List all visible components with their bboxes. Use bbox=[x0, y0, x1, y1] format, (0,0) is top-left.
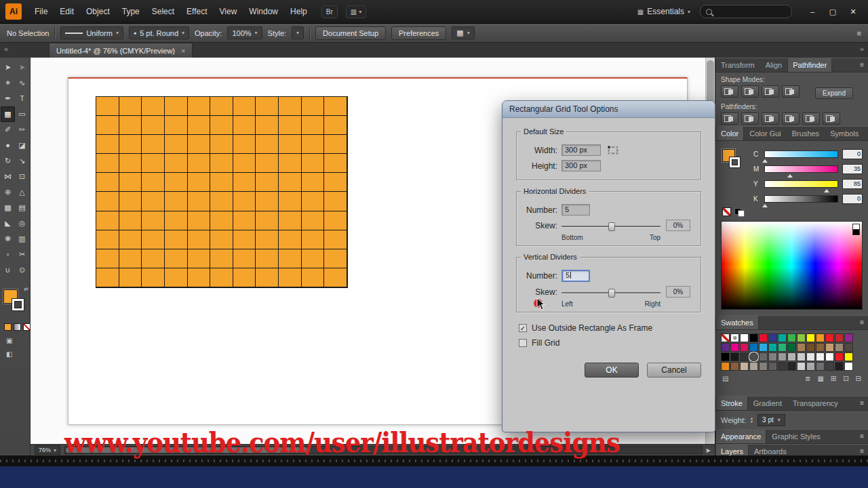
swatch[interactable] bbox=[825, 333, 834, 342]
slider-thumb[interactable] bbox=[608, 222, 615, 231]
tab-color-gui[interactable]: Color Gui bbox=[744, 127, 786, 140]
none-color-icon[interactable] bbox=[722, 207, 731, 216]
pencil-tool[interactable]: ✏ bbox=[15, 122, 29, 138]
tab-graphic-styles[interactable]: Graphic Styles bbox=[766, 430, 826, 443]
style-dropdown[interactable]: ▾ bbox=[292, 26, 304, 39]
eraser-tool[interactable]: ◪ bbox=[15, 138, 29, 153]
crop-icon[interactable] bbox=[782, 113, 800, 125]
color-spectrum[interactable] bbox=[721, 221, 863, 310]
panel-menu-icon[interactable]: ≡ bbox=[856, 58, 868, 72]
vertical-skew-value[interactable]: 0% bbox=[666, 286, 690, 298]
swatch[interactable] bbox=[816, 343, 825, 352]
menu-file[interactable]: File bbox=[28, 0, 54, 24]
swatch[interactable] bbox=[787, 352, 796, 361]
search-input[interactable] bbox=[700, 5, 792, 18]
swatch[interactable] bbox=[778, 343, 787, 352]
magic-wand-tool[interactable]: ✶ bbox=[1, 75, 15, 91]
swatch[interactable] bbox=[835, 362, 844, 371]
swatch[interactable] bbox=[835, 352, 844, 361]
swatch[interactable] bbox=[721, 362, 730, 371]
swatch[interactable] bbox=[844, 333, 853, 342]
swatch[interactable] bbox=[740, 333, 749, 342]
swatch[interactable] bbox=[806, 343, 815, 352]
tab-stroke[interactable]: Stroke bbox=[715, 396, 748, 410]
slice-tool[interactable]: ✂ bbox=[15, 247, 29, 262]
control-panel-menu-icon[interactable]: ≡ bbox=[857, 29, 861, 37]
scale-tool[interactable]: ↘ bbox=[15, 153, 29, 169]
slider-thumb[interactable] bbox=[608, 289, 615, 298]
draw-mode-icon[interactable]: ▣ bbox=[6, 337, 12, 344]
paintbrush-tool[interactable]: ✐ bbox=[1, 122, 15, 138]
menu-effect[interactable]: Effect bbox=[180, 0, 213, 24]
panel-menu-icon[interactable]: ≡ bbox=[856, 396, 868, 410]
brush-select[interactable]: ● 5 pt. Round ▾ bbox=[129, 26, 189, 39]
expand-button[interactable]: Expand bbox=[815, 87, 853, 99]
swatch[interactable] bbox=[749, 343, 758, 352]
scroll-right-arrow[interactable]: ▶ bbox=[707, 447, 711, 453]
minus-front-icon[interactable] bbox=[741, 85, 759, 98]
minimize-button[interactable]: – bbox=[803, 5, 822, 18]
swatch[interactable] bbox=[806, 333, 815, 342]
menu-object[interactable]: Object bbox=[80, 0, 116, 24]
swatch[interactable] bbox=[797, 352, 806, 361]
stroke-weight-field[interactable]: 3 pt ▾ bbox=[757, 414, 785, 426]
symbol-sprayer-tool[interactable]: ❋ bbox=[1, 231, 15, 247]
channel-value-k[interactable]: 0 bbox=[842, 194, 863, 204]
swatch-libraries-icon[interactable]: ▤ bbox=[722, 375, 728, 382]
black-chip[interactable] bbox=[852, 229, 860, 235]
swatch[interactable] bbox=[797, 362, 806, 371]
swatch[interactable] bbox=[768, 333, 777, 342]
stroke-color-swatch[interactable] bbox=[12, 298, 24, 311]
column-graph-tool[interactable]: ▥ bbox=[15, 231, 29, 247]
swatch[interactable] bbox=[825, 362, 834, 371]
none-fill-icon[interactable] bbox=[23, 323, 31, 331]
horizontal-number-field[interactable]: 5 bbox=[561, 204, 590, 216]
swatch[interactable] bbox=[806, 352, 815, 361]
tab-swatches[interactable]: Swatches bbox=[715, 316, 759, 329]
panel-menu-icon[interactable]: ≡ bbox=[864, 127, 868, 140]
divide-icon[interactable] bbox=[721, 113, 738, 125]
tab-transparency[interactable]: Transparency bbox=[787, 396, 844, 410]
ok-button[interactable]: OK bbox=[585, 363, 639, 378]
swatch[interactable] bbox=[787, 333, 796, 342]
eyedropper-tool[interactable]: ◣ bbox=[1, 216, 15, 231]
tab-brushes[interactable]: Brushes bbox=[787, 127, 825, 140]
black-white-swatch-icon[interactable] bbox=[734, 208, 745, 216]
reference-point-icon[interactable] bbox=[606, 145, 620, 155]
swatch[interactable] bbox=[797, 333, 806, 342]
horizontal-skew-slider[interactable] bbox=[561, 222, 660, 230]
workspace-switcher[interactable]: ▦ Essentials ▾ bbox=[637, 7, 690, 16]
tab-align[interactable]: Align bbox=[760, 58, 787, 72]
maximize-button[interactable]: ▢ bbox=[823, 5, 842, 18]
opacity-dropdown[interactable]: 100% ▾ bbox=[227, 26, 262, 39]
swap-fill-stroke-icon[interactable]: ⇄ bbox=[24, 286, 28, 292]
swatch[interactable] bbox=[778, 333, 787, 342]
swatch[interactable] bbox=[759, 362, 768, 371]
swatch[interactable] bbox=[835, 333, 844, 342]
swatch[interactable] bbox=[768, 343, 777, 352]
grid-object[interactable] bbox=[96, 96, 348, 288]
menu-view[interactable]: View bbox=[214, 0, 243, 24]
swatch[interactable] bbox=[816, 333, 825, 342]
menu-edit[interactable]: Edit bbox=[54, 0, 80, 24]
menu-select[interactable]: Select bbox=[146, 0, 180, 24]
delete-swatch-icon[interactable]: ⊟ bbox=[856, 375, 861, 382]
swatch-kinds-icon[interactable]: ≣ bbox=[805, 375, 810, 382]
channel-slider-y[interactable] bbox=[764, 180, 838, 188]
zoom-level-select[interactable]: 76% ▾ bbox=[35, 445, 60, 455]
swatch[interactable] bbox=[768, 352, 777, 361]
document-setup-button[interactable]: Document Setup bbox=[315, 26, 386, 40]
blob-brush-tool[interactable]: ● bbox=[1, 138, 15, 153]
artboard-tool[interactable]: ▫ bbox=[1, 247, 15, 262]
swatch[interactable] bbox=[740, 352, 749, 361]
swatch[interactable] bbox=[721, 333, 730, 342]
rectangular-grid-tool[interactable]: ▦ bbox=[1, 106, 15, 122]
bridge-icon[interactable]: Br bbox=[321, 5, 338, 18]
minus-back-icon[interactable] bbox=[823, 113, 840, 125]
swatch[interactable] bbox=[825, 352, 834, 361]
swatch[interactable] bbox=[759, 333, 768, 342]
panel-stroke-swatch[interactable] bbox=[729, 157, 741, 168]
swatch[interactable] bbox=[759, 352, 768, 361]
swatch[interactable] bbox=[730, 362, 739, 371]
zoom-tool[interactable]: ⊙ bbox=[15, 262, 29, 278]
